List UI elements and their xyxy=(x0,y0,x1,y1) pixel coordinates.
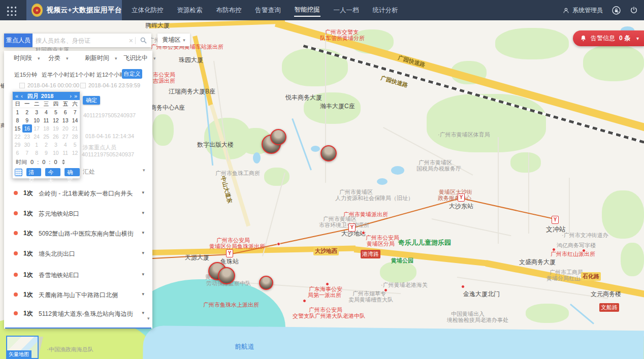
security-settings-icon[interactable] xyxy=(611,6,621,15)
filter-dropdown-2[interactable]: 分类▾ xyxy=(48,54,69,62)
caret-down-icon[interactable]: ▾ xyxy=(143,168,145,173)
second-value[interactable]: 0 xyxy=(54,159,57,165)
prev-year-button[interactable]: « xyxy=(15,93,18,99)
user-menu[interactable]: 系统管理员 xyxy=(563,6,603,15)
list-item[interactable]: 1次5092蟹山路-中医院东南向蟹山横街▾ xyxy=(4,228,152,239)
calendar-confirm-button[interactable]: 确定 xyxy=(83,96,100,105)
nav-item[interactable]: 布防布控 xyxy=(216,5,242,16)
calendar-day[interactable]: 19 xyxy=(51,124,60,133)
calendar-day[interactable]: 5 xyxy=(51,108,60,116)
calendar-checkbox-icon[interactable] xyxy=(80,83,86,88)
caret-down-icon[interactable]: ▾ xyxy=(142,272,144,277)
next-year-button[interactable]: » xyxy=(74,93,77,99)
person-avatar-marker[interactable] xyxy=(218,267,235,284)
calendar-day[interactable]: 16 xyxy=(22,124,32,133)
calendar-clear-button[interactable]: 清空 xyxy=(26,168,42,176)
calendar-day[interactable]: 22 xyxy=(13,133,22,141)
quick-range-custom-button[interactable]: 自定义 xyxy=(122,69,142,79)
spinner-up-icon[interactable] xyxy=(62,159,65,161)
list-item[interactable]: 1次香雪地铁站E口▾ xyxy=(4,270,152,281)
calendar-day[interactable]: 9 xyxy=(42,149,51,157)
spinner-down-icon[interactable] xyxy=(62,162,65,165)
nav-item[interactable]: 智能挖掘 xyxy=(294,4,320,17)
calendar-year[interactable]: 2018 xyxy=(41,93,53,99)
filter-dropdown-4[interactable]: 飞识比中▾ xyxy=(123,54,156,62)
nav-item[interactable]: 统计分析 xyxy=(372,5,399,16)
caret-down-icon[interactable]: ▾ xyxy=(142,190,144,195)
calendar-day[interactable]: 27 xyxy=(60,133,70,141)
nav-item[interactable]: 立体化防控 xyxy=(131,5,164,16)
calendar-day[interactable]: 6 xyxy=(13,149,22,157)
quick-range-button[interactable]: 近15分钟 xyxy=(14,71,37,79)
filter-dropdown-1[interactable]: 时间段▾ xyxy=(14,54,40,62)
filter-dropdown-3[interactable]: 刷新时间▾ xyxy=(85,54,117,62)
calendar-day[interactable]: 8 xyxy=(32,149,42,157)
quick-range-button[interactable]: 近半个小时 xyxy=(42,71,70,79)
list-item[interactable]: 1次塘头北街出口▾ xyxy=(4,248,152,259)
calendar-day[interactable]: 1 xyxy=(32,141,42,149)
calendar-checkbox-icon[interactable] xyxy=(19,83,25,88)
calendar-day[interactable]: 4 xyxy=(60,141,70,149)
person-avatar-marker[interactable] xyxy=(270,129,286,145)
calendar-day[interactable]: 4 xyxy=(42,108,51,116)
caret-down-icon[interactable]: ▾ xyxy=(142,291,144,297)
list-item[interactable]: 1次苏元地铁站B口▾ xyxy=(4,208,152,219)
hour-value[interactable]: 0 xyxy=(30,159,34,165)
calendar-day[interactable]: 8 xyxy=(13,116,22,124)
calendar-day[interactable]: 20 xyxy=(60,124,70,133)
calendar-day[interactable]: 14 xyxy=(70,116,80,124)
search-category-tag[interactable]: 重点人员 xyxy=(4,34,33,47)
date-from-value[interactable]: 2018-04-16 00:00:00 xyxy=(27,82,79,88)
calendar-day[interactable]: 10 xyxy=(32,116,42,124)
calendar-ok-button[interactable]: 确定 xyxy=(65,168,80,176)
calendar-day[interactable]: 15 xyxy=(13,124,22,133)
calendar-day[interactable]: 5 xyxy=(70,141,80,149)
calendar-day[interactable]: 11 xyxy=(60,149,70,157)
calendar-day[interactable]: 1 xyxy=(13,108,22,116)
calendar-day[interactable]: 30 xyxy=(22,141,32,149)
search-icon[interactable] xyxy=(136,37,151,44)
calendar-day[interactable]: 2 xyxy=(42,141,51,149)
calendar-day[interactable]: 12 xyxy=(70,149,80,157)
caret-down-icon[interactable]: ▾ xyxy=(142,230,144,235)
calendar-day[interactable]: 7 xyxy=(22,149,32,157)
list-item[interactable]: 1次企岭街 - 北1巷麦岭东一巷口向井头▾ xyxy=(4,188,152,199)
calendar-day[interactable]: 12 xyxy=(51,116,60,124)
calendar-day[interactable]: 3 xyxy=(32,108,42,116)
calendar-day[interactable]: 21 xyxy=(70,124,80,133)
calendar-day[interactable]: 3 xyxy=(51,141,60,149)
calendar-day[interactable]: 10 xyxy=(51,149,60,157)
app-grid-icon[interactable] xyxy=(6,5,16,16)
date-to-value[interactable]: 2018-04-16 23:59:59 xyxy=(88,82,140,88)
calendar-day[interactable]: 18 xyxy=(42,124,51,133)
nav-item[interactable]: 告警查询 xyxy=(255,5,281,16)
time-spinner[interactable] xyxy=(62,159,65,165)
alert-info-bar[interactable]: 告警信息 0 条 ▾ xyxy=(573,30,644,46)
search-input[interactable] xyxy=(33,37,127,44)
calendar-day[interactable]: 26 xyxy=(51,133,60,141)
calendar-day[interactable]: 23 xyxy=(22,133,32,141)
person-avatar-marker[interactable] xyxy=(259,276,273,290)
person-avatar-marker[interactable] xyxy=(320,145,337,161)
minimap-label[interactable]: 矢量地图 xyxy=(6,350,31,358)
calendar-day[interactable]: 24 xyxy=(32,133,42,141)
calendar-day[interactable]: 25 xyxy=(42,133,51,141)
calendar-month[interactable]: 四月 xyxy=(27,92,39,100)
minute-value[interactable]: 0 xyxy=(42,159,45,165)
calendar-day[interactable]: 2 xyxy=(22,108,32,116)
chevron-down-icon[interactable]: ▾ xyxy=(636,36,639,41)
caret-down-icon[interactable]: ▾ xyxy=(142,250,144,255)
calendar-day[interactable]: 17 xyxy=(32,124,42,133)
calendar-day[interactable]: 29 xyxy=(13,141,22,149)
date-from-field[interactable]: 2018-04-16 00:00:00 xyxy=(19,82,79,88)
calendar-day[interactable]: 6 xyxy=(60,108,70,116)
prev-month-button[interactable]: ‹ xyxy=(21,93,23,99)
quick-range-button[interactable]: 近1个小时 xyxy=(70,71,95,79)
calendar-day[interactable]: 7 xyxy=(70,108,80,116)
calendar-day[interactable]: 28 xyxy=(70,133,80,141)
nav-item[interactable]: 一人一档 xyxy=(333,5,360,16)
calendar-icon[interactable] xyxy=(15,169,22,176)
calendar-day[interactable]: 9 xyxy=(22,116,32,124)
list-item[interactable]: 1次天麓南路与山下中路路口北侧▾ xyxy=(4,289,152,301)
district-selector[interactable]: 黄埔区 ▾ xyxy=(157,34,190,46)
